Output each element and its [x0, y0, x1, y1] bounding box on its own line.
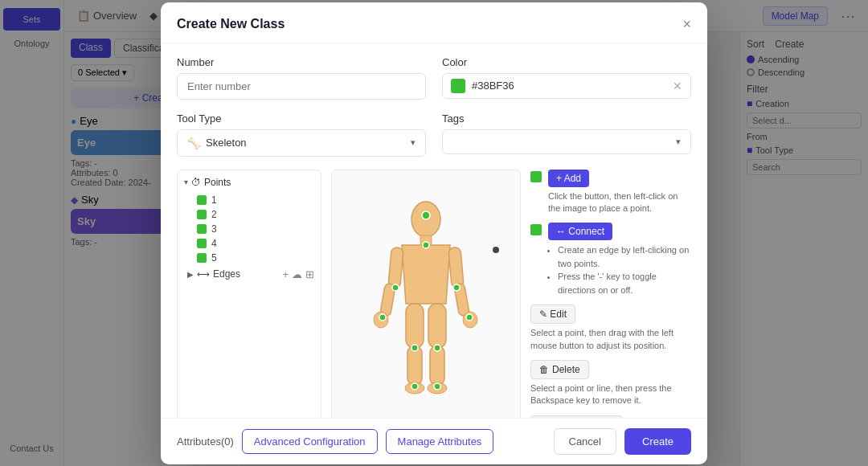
skeleton-icon: 🦴: [187, 137, 201, 149]
svg-point-17: [453, 284, 460, 291]
point-dot-4: [197, 239, 207, 248]
modal-title: Create New Class: [177, 17, 285, 31]
svg-point-21: [434, 345, 440, 351]
connect-description: Create an edge by left-clicking on two p…: [548, 243, 691, 296]
modal-overlay: Create New Class × Number Color #38BF36 …: [0, 0, 868, 466]
canvas-area[interactable]: [331, 170, 521, 418]
connect-button[interactable]: ↔ Connect: [548, 223, 612, 240]
attributes-label: Attributes(0): [177, 435, 234, 448]
add-color-swatch: [530, 171, 542, 182]
modal-body: Number Color #38BF36 ✕ Tool Type: [161, 43, 707, 418]
connect-control-group: ↔ Connect Create an edge by left-clickin…: [548, 223, 691, 296]
modal-header: Create New Class ×: [161, 2, 707, 43]
point-row-2: 2: [184, 207, 314, 222]
cancel-button[interactable]: Cancel: [554, 428, 616, 455]
add-description: Click the button, then left-click on the…: [548, 190, 691, 215]
color-swatch: [451, 79, 465, 93]
edges-left: ▶ ⟷ Edges: [187, 268, 240, 280]
svg-rect-9: [407, 346, 422, 385]
edges-row: ▶ ⟷ Edges + ☁ ⊞: [184, 265, 314, 282]
workspace-row: ▾ ⏱ Points 1 2 3: [177, 170, 691, 418]
close-button[interactable]: ×: [682, 17, 691, 31]
create-button-submit[interactable]: Create: [624, 428, 691, 455]
form-row-2: Tool Type 🦴 Skeleton ▾ Tags ▾: [177, 112, 691, 157]
add-control-row: + Add Click the button, then left-click …: [530, 170, 691, 215]
modal-footer: Attributes(0) Advanced Configuration Man…: [161, 418, 707, 464]
point-dot-2: [197, 210, 207, 219]
svg-point-16: [392, 284, 399, 291]
point-dot-1: [197, 195, 207, 205]
right-controls: + Add Click the button, then left-click …: [530, 170, 691, 418]
color-input[interactable]: #38BF36 ✕: [442, 73, 691, 99]
svg-point-15: [423, 242, 429, 248]
svg-point-14: [422, 211, 430, 219]
add-control-group: + Add Click the button, then left-click …: [548, 170, 691, 215]
chevron-down-icon: ▾: [411, 137, 416, 148]
more-edge-icon[interactable]: ⊞: [305, 268, 314, 280]
manage-attributes-button[interactable]: Manage Attributes: [386, 429, 494, 454]
edit-description: Select a point, then drag with the left …: [530, 327, 691, 352]
tags-select[interactable]: ▾: [442, 129, 691, 154]
svg-rect-8: [406, 304, 424, 348]
skeleton-row: 🦴 Skeleton: [187, 137, 247, 149]
color-label: Color: [442, 56, 691, 68]
number-input[interactable]: [177, 73, 426, 100]
create-class-modal: Create New Class × Number Color #38BF36 …: [161, 2, 707, 464]
point-row-3: 3: [184, 222, 314, 236]
connect-color-swatch: [530, 224, 542, 235]
mannequin-figure: [332, 170, 520, 418]
tags-chevron-icon: ▾: [676, 137, 681, 147]
tool-type-select[interactable]: 🦴 Skeleton ▾: [177, 129, 426, 157]
svg-rect-11: [428, 304, 446, 348]
cursor-indicator: [493, 247, 499, 253]
tool-type-group: Tool Type 🦴 Skeleton ▾: [177, 112, 426, 157]
edit-edge-icon[interactable]: ☁: [292, 268, 302, 280]
point-row-5: 5: [184, 251, 314, 265]
chevron-down-points: ▾: [184, 178, 188, 186]
svg-point-20: [411, 345, 418, 351]
advanced-config-button[interactable]: Advanced Configuration: [242, 429, 378, 454]
svg-point-23: [434, 383, 440, 390]
svg-point-22: [411, 383, 418, 390]
color-clear-icon[interactable]: ✕: [673, 80, 682, 92]
attributes-row: Attributes(0) Advanced Configuration Man…: [177, 429, 493, 454]
delete-control-row: 🗑 Delete Select a point or line, then pr…: [530, 360, 691, 407]
points-header: ▾ ⏱ Points: [184, 177, 314, 188]
point-row-1: 1: [184, 193, 314, 207]
edges-icon: ⟷: [197, 269, 210, 280]
svg-point-18: [379, 314, 386, 321]
delete-description: Select a point or line, then press the B…: [530, 382, 691, 407]
svg-point-19: [466, 314, 473, 321]
edit-control-row: ✎ Edit Select a point, then drag with th…: [530, 305, 691, 352]
point-dot-5: [197, 253, 207, 263]
point-row-4: 4: [184, 236, 314, 251]
tool-type-label: Tool Type: [177, 112, 426, 125]
color-value: #38BF36: [472, 80, 666, 92]
points-panel: ▾ ⏱ Points 1 2 3: [177, 170, 321, 418]
tags-label: Tags: [442, 112, 691, 125]
delete-button[interactable]: 🗑 Delete: [530, 360, 589, 379]
svg-rect-12: [430, 346, 444, 385]
add-button[interactable]: + Add: [548, 170, 589, 187]
clock-icon: ⏱: [191, 177, 201, 188]
point-dot-3: [197, 224, 207, 234]
tags-group: Tags ▾: [442, 112, 691, 157]
form-row-1: Number Color #38BF36 ✕: [177, 56, 691, 100]
connect-control-row: ↔ Connect Create an edge by left-clickin…: [530, 223, 691, 296]
svg-rect-5: [448, 247, 464, 288]
footer-actions: Cancel Create: [554, 428, 692, 455]
number-label: Number: [177, 56, 426, 68]
color-group: Color #38BF36 ✕: [442, 56, 691, 100]
add-edge-icon[interactable]: +: [282, 268, 289, 280]
edit-button[interactable]: ✎ Edit: [530, 305, 575, 324]
number-group: Number: [177, 56, 426, 100]
edge-action-icons: + ☁ ⊞: [282, 268, 314, 280]
svg-rect-2: [388, 247, 403, 288]
chevron-right-edges: ▶: [187, 270, 194, 279]
